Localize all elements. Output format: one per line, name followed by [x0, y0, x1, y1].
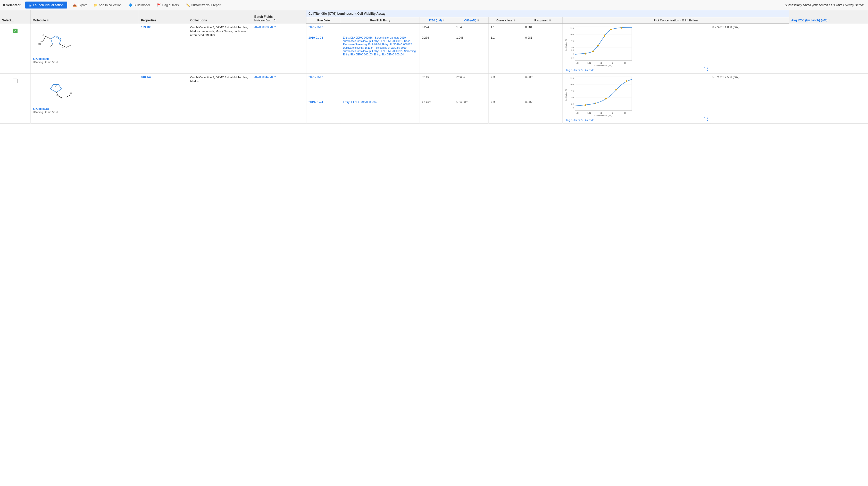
molecule-link-row1[interactable]: AR-0000330 — [33, 58, 49, 61]
molecule-cell-row2: O NH O H — [30, 74, 138, 124]
avg-ic50-col-header: Avg IC50 (by batch) (uM) ⇅ — [789, 10, 868, 24]
svg-rect-12 — [575, 27, 632, 60]
run-eln-link-row2-sub2[interactable]: Entry: ELNDEMO-000086 - — [343, 100, 377, 103]
build-model-button[interactable]: 🔷 Build model — [127, 2, 151, 8]
ic50-cell-row1-sub2: 0.274 — [420, 34, 454, 74]
molecule-cell-row1: H N O OH HO — [30, 24, 138, 74]
svg-point-20 — [585, 53, 586, 54]
select-col-row1: ✓ — [2, 27, 28, 33]
data-table-wrapper: Select... Molecule ⇅ Properties Collecti… — [0, 10, 868, 486]
export-button[interactable]: 📤 Export — [71, 2, 88, 8]
ic80-val-row2-sub2: > 30.000 — [456, 100, 467, 103]
plot-footer-row1: Flag outliers & Override ⛶ — [565, 67, 708, 72]
r-squared-val-row2-sub1: 0.888 — [525, 75, 532, 79]
plot-svg-row1: 125 100 75 50 25 0 -25 1E-3 0.01 0.1 1 — [565, 26, 637, 67]
run-eln-col-header: Run ELN Entry — [341, 17, 420, 24]
svg-text:NH: NH — [60, 97, 63, 99]
r-squared-sort-icon[interactable]: ⇅ — [549, 19, 551, 22]
ic50-val-row1-sub2: 0.274 — [422, 36, 429, 39]
select-col-row2 — [2, 77, 28, 83]
batch-id-link-row2-sub1[interactable]: AR-0000443-002 — [254, 75, 276, 79]
ic80-sort-icon[interactable]: ⇅ — [477, 19, 479, 22]
plot-container-row2: 125 100 75 50 25 0 1E-3 0.01 0.1 1 10 — [565, 75, 637, 117]
run-date-cell-row2-sub2: 2019-01-24 — [306, 99, 341, 124]
expand-plot-button-row2[interactable]: ⛶ — [704, 117, 708, 122]
svg-text:0: 0 — [572, 107, 574, 109]
curve-class-cell-row1-sub1: 1.1 — [489, 24, 523, 34]
ic50-val-row1-sub1: 0.274 — [422, 26, 429, 29]
collections-cell-row1: Combi Collection 7, DEMO 1st tab Molecul… — [188, 24, 252, 74]
curve-class-val-row2-sub1: 2.3 — [491, 75, 495, 79]
run-eln-cell-row1-sub2: Entry: ELNDEMO-000086 - Screening of Jan… — [341, 34, 420, 74]
batch-fields-col-header: Batch Fields Molecule-Batch ID — [252, 10, 306, 24]
svg-text:OH: OH — [40, 40, 43, 43]
select-cell-row1: ✓ — [0, 24, 30, 74]
r-squared-cell-row2-sub1: 0.888 — [523, 74, 562, 99]
curve-class-val-row2-sub2: 2.3 — [491, 100, 495, 103]
svg-text:10: 10 — [624, 112, 626, 114]
ic80-val-row2-sub1: 26.883 — [456, 75, 465, 79]
ic50-val-row2-sub2: 11.433 — [422, 100, 431, 103]
run-date-link-row2-sub1[interactable]: 2021-03-12 — [309, 75, 323, 79]
flag-override-link-row1[interactable]: Flag outliers & Override — [565, 68, 594, 72]
run-date-col-header: Run Date — [306, 17, 341, 24]
svg-text:% inhibition (%): % inhibition (%) — [565, 89, 567, 101]
header-row-1: Select... Molecule ⇅ Properties Collecti… — [0, 10, 868, 17]
run-eln-link-row1-sub2[interactable]: Entry: ELNDEMO-000086 - Screening of Jan… — [343, 36, 416, 56]
flag-icon: 🚩 — [157, 3, 161, 7]
ic80-col-header: IC80 (uM) ⇅ — [454, 17, 489, 24]
svg-point-63 — [605, 98, 607, 99]
add-to-collection-button[interactable]: 📁 Add to collection — [92, 2, 123, 8]
svg-point-62 — [595, 102, 596, 104]
molecule-sort-icon[interactable]: ⇅ — [46, 19, 49, 22]
svg-text:125: 125 — [570, 77, 574, 79]
ic80-val-row1-sub1: 1.045 — [456, 26, 463, 29]
collections-bold-row1: TS Hits — [206, 33, 215, 37]
molecule-structure-row2: O NH O H — [33, 75, 79, 107]
launch-visualization-button[interactable]: ◎ Launch Visualization — [25, 2, 67, 8]
batch-id-link-row1-sub1[interactable]: AR-0000330-002 — [254, 26, 276, 29]
flag-override-link-row2[interactable]: Flag outliers & Override — [565, 119, 594, 122]
run-date-link-row2-sub2[interactable]: 2019-01-24 — [309, 100, 323, 103]
svg-line-6 — [45, 36, 51, 39]
r-squared-val-row2-sub2: 0.887 — [525, 100, 532, 103]
svg-point-22 — [592, 51, 594, 52]
properties-cell-row1: 169.180 — [139, 24, 188, 74]
svg-text:100: 100 — [570, 84, 574, 86]
run-date-link-row1-sub2[interactable]: 2019-01-24 — [309, 36, 323, 39]
svg-line-49 — [50, 85, 53, 89]
svg-text:H: H — [64, 43, 65, 46]
checkbox-row1[interactable]: ✓ — [13, 29, 18, 33]
molecule-col-header: Molecule ⇅ — [30, 10, 138, 24]
curve-class-sort-icon[interactable]: ⇅ — [513, 19, 515, 22]
run-date-link-row1-sub1[interactable]: 2021-03-12 — [309, 26, 323, 29]
curve-class-col-header: Curve class ⇅ — [489, 17, 523, 24]
svg-text:50: 50 — [571, 96, 574, 99]
ic50-col-header: IC50 (uM) ⇅ — [420, 17, 454, 24]
ic80-cell-row2-sub1: 26.883 — [454, 74, 489, 99]
avg-ic50-sort-icon[interactable]: ⇅ — [828, 19, 830, 22]
svg-text:-25: -25 — [570, 57, 574, 59]
r-squared-val-row1-sub2: 0.981 — [525, 36, 532, 39]
svg-line-5 — [66, 45, 71, 48]
mol-weight-row1: 169.180 — [141, 26, 151, 29]
expand-plot-button-row1[interactable]: ⛶ — [704, 67, 708, 72]
ic50-sort-icon[interactable]: ⇅ — [442, 19, 444, 22]
checkbox-row2[interactable] — [13, 79, 18, 83]
flag-outliers-button[interactable]: 🚩 Flag outliers — [155, 2, 180, 8]
r-squared-val-row1-sub1: 0.981 — [525, 26, 532, 29]
run-eln-cell-row1-sub1 — [341, 24, 420, 34]
plot-cell-row1: 125 100 75 50 25 0 -25 1E-3 0.01 0.1 1 — [562, 24, 710, 74]
molecule-svg-row1: H N O OH HO — [33, 26, 79, 56]
molecule-link-row2[interactable]: AR-0000443 — [33, 108, 49, 111]
svg-text:1E-3: 1E-3 — [576, 112, 579, 114]
svg-point-28 — [610, 29, 612, 30]
customize-report-button[interactable]: ✏️ Customize your report — [185, 2, 223, 8]
svg-text:100: 100 — [570, 33, 574, 36]
checkmark-icon: ✓ — [14, 29, 17, 33]
plot-container-row1: 125 100 75 50 25 0 -25 1E-3 0.01 0.1 1 — [565, 26, 637, 67]
run-date-cell-row2-sub1: 2021-03-12 — [306, 74, 341, 99]
avg-ic50-val-row2: 5.971 x/÷ 2.506 (n=2) — [712, 75, 739, 79]
batch-id-cell-row2-sub2 — [252, 99, 306, 124]
avg-ic50-val-row1: 0.274 x/÷ 1.000 (n=2) — [712, 26, 739, 29]
